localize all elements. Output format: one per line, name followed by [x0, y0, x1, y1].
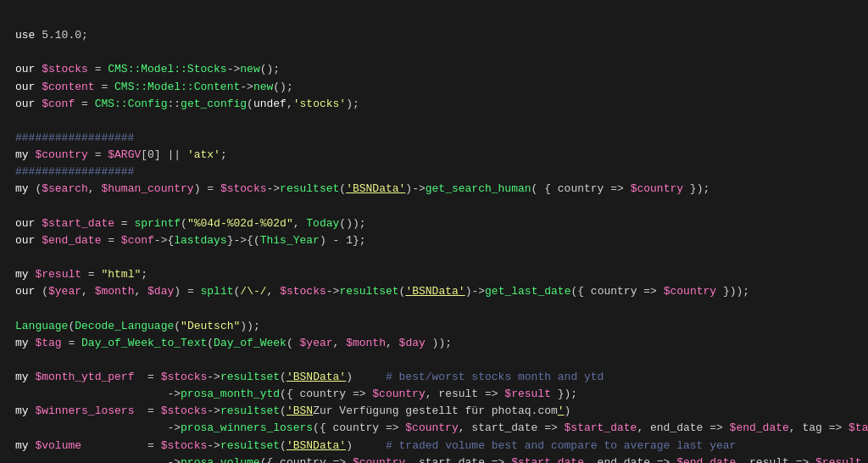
- line-13: our $end_date = $conf->{lastdays}->{(Thi…: [15, 234, 366, 247]
- line-22: ->prosa_month_ytd({ country => $country,…: [15, 388, 577, 400]
- line-21: my $month_ytd_perf = $stocks->resultset(…: [15, 371, 604, 383]
- line-19: my $tag = Day_of_Week_to_Text(Day_of_Wee…: [15, 337, 452, 349]
- line-1: use 5.10.0;: [15, 29, 88, 42]
- line-18: Language(Decode_Language("Deutsch"));: [15, 320, 260, 332]
- line-16: our ($year, $month, $day) = split(/\-/, …: [15, 285, 749, 298]
- line-7: ##################: [15, 131, 134, 144]
- line-9: ##################: [15, 165, 134, 178]
- line-24: ->prosa_winners_losers({ country => $cou…: [15, 421, 868, 434]
- line-25: my $volume = $stocks->resultset('BSNData…: [15, 439, 736, 452]
- line-8: my $country = $ARGV[0] || 'atx';: [15, 148, 227, 161]
- line-4: our $content = CMS::Model::Content->new(…: [15, 81, 293, 93]
- line-12: our $start_date = sprintf("%04d-%02d-%02…: [15, 217, 366, 230]
- line-23: my $winners_losers = $stocks->resultset(…: [15, 404, 570, 417]
- line-26: ->prosa_volume({ country => $country, st…: [15, 456, 868, 463]
- line-15: my $result = "html";: [15, 268, 147, 281]
- line-3: our $stocks = CMS::Model::Stocks->new();: [15, 63, 280, 75]
- line-10: my ($search, $human_country) = $stocks->…: [15, 182, 709, 195]
- code-editor: use 5.10.0; our $stocks = CMS::Model::St…: [15, 10, 853, 463]
- line-5: our $conf = CMS::Config::get_config(unde…: [15, 98, 359, 110]
